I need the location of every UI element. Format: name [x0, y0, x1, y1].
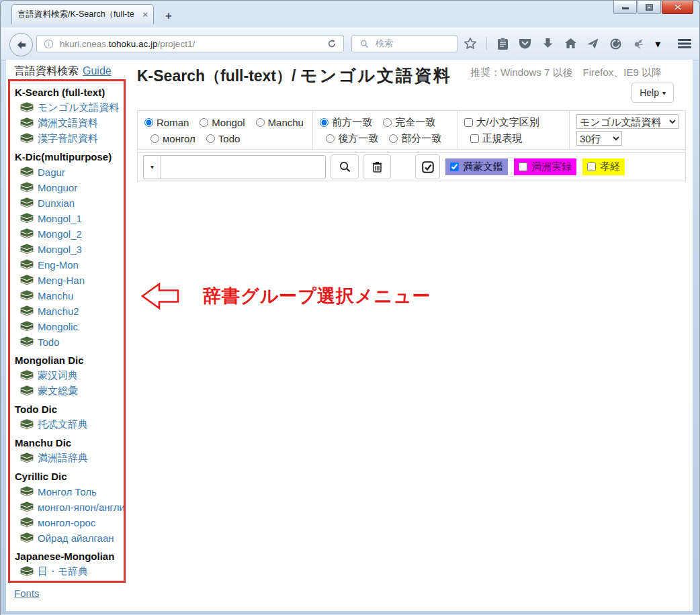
radio-input[interactable]	[389, 134, 398, 143]
sidebar-item-link[interactable]: 蒙文総彙	[38, 385, 78, 397]
sidebar-item-link[interactable]: Eng-Mon	[38, 259, 79, 271]
query-dropdown-button[interactable]: ▾	[143, 155, 161, 179]
sidebar-item[interactable]: Dunxian	[15, 195, 124, 211]
radio-前方一致[interactable]: 前方一致	[320, 116, 372, 129]
sidebar-item[interactable]: 満洲語辞典	[15, 451, 124, 466]
sidebar-item[interactable]: Meng-Han	[15, 273, 124, 288]
menu-hamburger-icon[interactable]	[677, 36, 692, 52]
radio-後方一致[interactable]: 後方一致	[326, 132, 378, 145]
toolbar-overflow-icon[interactable]: ▾	[654, 36, 662, 52]
radio-input[interactable]	[383, 118, 392, 127]
sidebar-item[interactable]: монгол-япон/англи	[15, 500, 124, 515]
sidebar-item-link[interactable]: Mongol_1	[38, 213, 82, 224]
pocket-icon[interactable]	[518, 36, 532, 52]
tab-close-icon[interactable]: ×	[142, 9, 148, 19]
checkbox-input[interactable]	[464, 118, 473, 127]
reload-icon[interactable]	[324, 36, 339, 52]
radio-部分一致[interactable]: 部分一致	[389, 132, 441, 145]
checkbox-input[interactable]	[470, 134, 479, 143]
download-icon[interactable]	[541, 36, 555, 52]
browser-search-field[interactable]: 検索	[351, 35, 457, 52]
sidebar-item-link[interactable]: 托忒文辞典	[38, 418, 88, 431]
fonts-link[interactable]: Fonts	[14, 587, 40, 599]
toggle-checkbox[interactable]	[450, 162, 459, 171]
url-bar[interactable]: hkuri.cneas.tohoku.ac.jp/project1/	[36, 35, 344, 52]
sidebar-item-link[interactable]: 満洲文語資料	[38, 117, 98, 130]
reading-list-icon[interactable]	[496, 36, 510, 52]
sidebar-item-link[interactable]: Mongolic	[38, 321, 78, 332]
search-button[interactable]	[331, 154, 359, 179]
corpus-select[interactable]: モンゴル文語資料	[576, 114, 679, 129]
query-input[interactable]	[161, 155, 326, 179]
sidebar-item-link[interactable]: Dunxian	[38, 197, 75, 209]
toggle-checkbox[interactable]	[519, 162, 527, 171]
sidebar-item[interactable]: Monguor	[15, 180, 124, 195]
sidebar-item[interactable]: 托忒文辞典	[15, 417, 124, 432]
radio-完全一致[interactable]: 完全一致	[383, 116, 435, 129]
radio-input[interactable]	[200, 118, 208, 127]
sidebar-item-link[interactable]: Mongol_2	[38, 228, 82, 240]
send-tab-icon[interactable]	[586, 36, 601, 52]
sidebar-item-link[interactable]: Monguor	[38, 182, 77, 193]
bookmark-star-icon[interactable]	[464, 36, 478, 52]
sidebar-item[interactable]: Dagur	[15, 164, 124, 180]
sidebar-item[interactable]: Монгол Толь	[15, 484, 124, 500]
sidebar-item-link[interactable]: Ойрад айалгаан	[38, 532, 114, 544]
radio-Mongol[interactable]: Mongol	[200, 117, 245, 128]
sidebar-item[interactable]: Mongol_2	[15, 226, 124, 242]
sidebar-item-link[interactable]: Dagur	[38, 167, 65, 178]
back-button[interactable]	[9, 33, 33, 56]
plugin-icon[interactable]	[631, 36, 646, 52]
maximize-button[interactable]	[638, 1, 661, 14]
home-icon[interactable]	[564, 36, 578, 52]
browser-tab[interactable]: 言語資料検索/K-Search（full-te ×	[11, 4, 154, 24]
sidebar-item[interactable]: モンゴル文語資料	[15, 100, 124, 115]
toggle-満蒙文鑑[interactable]: 満蒙文鑑	[445, 158, 508, 175]
sidebar-item[interactable]: Todo	[15, 334, 124, 350]
sidebar-item[interactable]: Ойрад айалгаан	[15, 530, 124, 546]
sidebar-item[interactable]: Mongol_1	[15, 211, 124, 226]
sidebar-item[interactable]: 日・モ辞典	[15, 564, 124, 579]
sidebar-item[interactable]: Eng-Mon	[15, 257, 124, 273]
radio-input[interactable]	[256, 118, 265, 127]
checkbox-大/小文字区別[interactable]: 大/小文字区別	[464, 116, 539, 129]
sidebar-item[interactable]: 満洲文語資料	[15, 115, 124, 131]
radio-Todo[interactable]: Todo	[206, 133, 240, 144]
radio-input[interactable]	[144, 118, 153, 127]
sidebar-item[interactable]: Manchu2	[15, 303, 124, 319]
sync-history-icon[interactable]	[609, 36, 623, 52]
sidebar-item-link[interactable]: モンゴル文語資料	[38, 101, 119, 114]
sidebar-item-link[interactable]: 日・モ辞典	[38, 565, 88, 578]
sidebar-item[interactable]: монгол-орос	[15, 515, 124, 530]
guide-link[interactable]: Guide	[83, 65, 112, 77]
radio-Manchu[interactable]: Manchu	[256, 117, 304, 128]
close-button[interactable]	[662, 1, 693, 14]
sidebar-item-link[interactable]: Монгол Толь	[38, 486, 97, 498]
minimize-button[interactable]	[613, 1, 637, 14]
help-button[interactable]: Help ▾	[631, 83, 674, 103]
sidebar-item[interactable]: 蒙文総彙	[15, 383, 124, 399]
toggle-満洲実録[interactable]: 満洲実録	[514, 158, 576, 175]
sidebar-item[interactable]: 蒙汉词典	[15, 368, 124, 383]
toggle-孝経[interactable]: 孝経	[582, 158, 625, 175]
sidebar-item-link[interactable]: монгол-япон/англи	[38, 502, 125, 513]
sidebar-item[interactable]: Manchu	[15, 288, 124, 303]
radio-input[interactable]	[150, 134, 159, 143]
clear-button[interactable]	[363, 154, 391, 179]
sidebar-item-link[interactable]: Todo	[38, 336, 60, 348]
rows-per-page-select[interactable]: 30行	[576, 131, 622, 146]
sidebar-item[interactable]: Mongol_3	[15, 242, 124, 257]
radio-input[interactable]	[326, 134, 335, 143]
sidebar-item[interactable]: 漢字音訳資料	[15, 131, 124, 146]
toggle-checkbox[interactable]	[587, 162, 596, 171]
radio-input[interactable]	[320, 118, 329, 127]
sidebar-item-link[interactable]: монгол-орос	[38, 517, 95, 528]
select-all-button[interactable]	[415, 154, 440, 179]
radio-монгол[interactable]: монгол	[150, 133, 195, 144]
sidebar-item-link[interactable]: Meng-Han	[38, 275, 85, 286]
sidebar-item[interactable]: Mongolic	[15, 319, 124, 334]
radio-input[interactable]	[206, 134, 215, 143]
new-tab-button[interactable]: +	[159, 9, 178, 23]
sidebar-item-link[interactable]: Manchu2	[38, 305, 79, 317]
checkbox-正規表現[interactable]: 正規表現	[470, 132, 523, 145]
